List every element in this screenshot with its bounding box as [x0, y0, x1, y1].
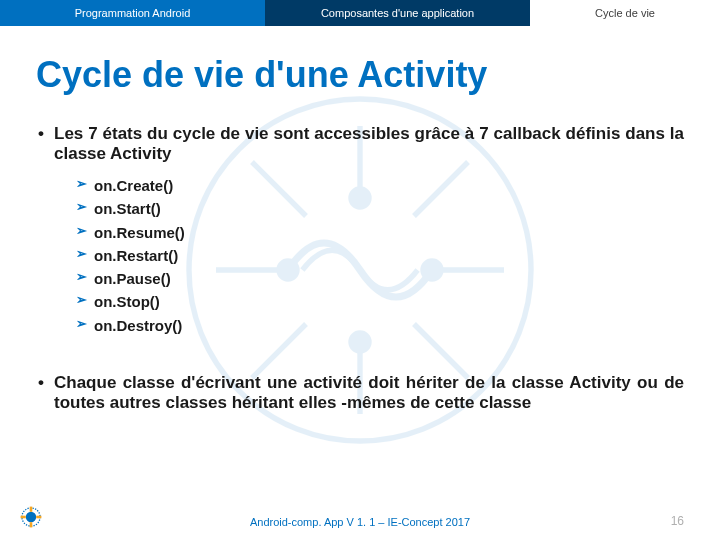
header-section-right: Cycle de vie	[530, 0, 720, 26]
list-item: on.Create()	[76, 174, 684, 197]
main-bullet-1: Les 7 états du cycle de vie sont accessi…	[36, 124, 684, 164]
list-item: on.Start()	[76, 197, 684, 220]
slide-title: Cycle de vie d'une Activity	[36, 54, 684, 96]
header-right-text: Cycle de vie	[595, 7, 655, 19]
header-bar: Programmation Android Composantes d'une …	[0, 0, 720, 26]
list-item: on.Destroy()	[76, 314, 684, 337]
footer-text: Android-comp. App V 1. 1 – IE-Concept 20…	[0, 516, 720, 528]
list-item: on.Stop()	[76, 290, 684, 313]
page-number: 16	[671, 514, 684, 528]
header-mid-text: Composantes d'une application	[321, 7, 474, 19]
list-item: on.Resume()	[76, 221, 684, 244]
list-item: on.Restart()	[76, 244, 684, 267]
callback-list: on.Create() on.Start() on.Resume() on.Re…	[36, 174, 684, 337]
main-bullet-2: Chaque classe d'écrivant une activité do…	[36, 373, 684, 413]
slide-content: Cycle de vie d'une Activity Les 7 états …	[0, 26, 720, 413]
header-section-mid: Composantes d'une application	[265, 0, 530, 26]
svg-rect-7	[30, 507, 33, 512]
header-section-left: Programmation Android	[0, 0, 265, 26]
header-left-text: Programmation Android	[75, 7, 191, 19]
list-item: on.Pause()	[76, 267, 684, 290]
